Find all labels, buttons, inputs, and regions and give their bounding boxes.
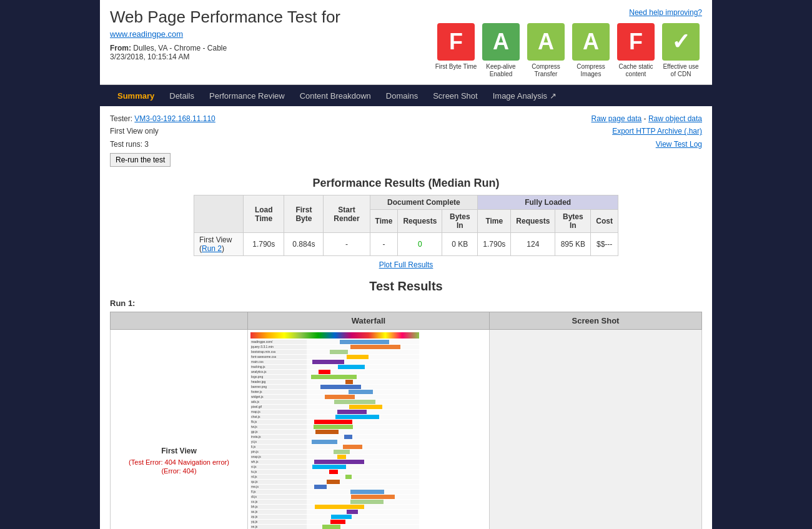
- nav-content-breakdown[interactable]: Content Breakdown: [292, 85, 379, 106]
- grade-box-compress-transfer: A Compress Transfer: [525, 23, 567, 78]
- waterfall-row: rd.js: [250, 475, 419, 479]
- waterfall-row: main.css: [250, 360, 419, 364]
- waterfall-row: insta.js: [250, 435, 419, 439]
- col-load-time: Load Time: [244, 195, 284, 233]
- waterfall-row: fb.js: [250, 420, 419, 424]
- separator-dash: -: [644, 114, 648, 123]
- waterfall-row: chat.js: [250, 415, 419, 419]
- grade-box-cache-static: F Cache static content: [615, 23, 657, 78]
- grade-boxes: F First Byte Time A Keep-alive Enabled A…: [435, 23, 702, 78]
- waterfall-top-bar: [250, 332, 419, 339]
- grade-letter-A3: A: [572, 23, 610, 61]
- col-full-requests: Requests: [511, 210, 555, 233]
- waterfall-row: pixel.gif: [250, 405, 419, 409]
- nav-summary[interactable]: Summary: [110, 85, 162, 106]
- col-doc-requests: Requests: [398, 210, 442, 233]
- header-title-section: Web Page Performance Test for www.readin…: [110, 7, 340, 61]
- grade-letter-A1: A: [482, 23, 520, 61]
- col-full-bytes: Bytes In: [555, 210, 591, 233]
- waterfall-row: me.js: [250, 485, 419, 489]
- grade-boxes-wrapper: Need help improving? F First Byte Time A…: [435, 7, 702, 78]
- info-right: Raw page data - Raw object data Export H…: [592, 112, 702, 151]
- waterfall-row: analytics.js: [250, 370, 419, 374]
- waterfall-row: wh.js: [250, 460, 419, 464]
- col-start-render: Start Render: [324, 195, 370, 233]
- plot-full-results-link[interactable]: Plot Full Results: [379, 260, 433, 269]
- raw-object-data-link[interactable]: Raw object data: [648, 114, 702, 123]
- run-label: Run 1:: [110, 299, 702, 308]
- from-value: Dulles, VA - Chrome - Cable: [133, 44, 227, 52]
- grade-box-keep-alive: A Keep-alive Enabled: [480, 23, 522, 78]
- screenshot-header: Screen Shot: [490, 312, 702, 330]
- view-test-log-link[interactable]: View Test Log: [656, 140, 702, 149]
- from-label: From:: [110, 44, 131, 52]
- col-doc-bytes: Bytes In: [442, 210, 478, 233]
- row-full-bytes: 895 KB: [555, 233, 591, 256]
- waterfall-row: gp.js: [250, 430, 419, 434]
- nav-image-analysis[interactable]: Image Analysis ↗: [485, 85, 564, 106]
- row-doc-bytes: 0 KB: [442, 233, 478, 256]
- result-row: First View (Run 2) 1.790s 0.884s - - 0 0…: [194, 233, 618, 256]
- run-table: Waterfall Screen Shot First View (Test E…: [110, 312, 702, 529]
- waterfall-header: Waterfall: [248, 312, 490, 330]
- grade-letter-F1: F: [437, 23, 475, 61]
- runs-info: Test runs: 3: [110, 140, 149, 149]
- grade-label-compress-images: Compress Images: [570, 63, 612, 78]
- grade-box-cdn: ✓ Effective use of CDN: [660, 23, 702, 78]
- waterfall-row: vi.js: [250, 465, 419, 469]
- page-url[interactable]: www.readingpe.com: [110, 29, 340, 39]
- grade-label-first-byte: First Byte Time: [435, 63, 477, 71]
- test-date: 3/23/2018, 10:15:14 AM: [110, 52, 189, 61]
- grade-letter-check: ✓: [662, 23, 700, 61]
- nav-details[interactable]: Details: [162, 85, 202, 106]
- col-first-byte: First Byte: [284, 195, 324, 233]
- waterfall-row: qu.js: [250, 480, 419, 484]
- page-title: Web Page Performance Test for: [110, 7, 340, 27]
- row-full-cost: $$---: [591, 233, 618, 256]
- tester-link[interactable]: VM3-03-192.168.11.110: [134, 114, 215, 123]
- grade-label-compress-transfer: Compress Transfer: [525, 63, 567, 78]
- waterfall-row: as.js: [250, 510, 419, 514]
- view-info: First View only: [110, 127, 159, 136]
- need-help-link[interactable]: Need help improving?: [629, 8, 702, 17]
- from-info: From: Dulles, VA - Chrome - Cable 3/23/2…: [110, 44, 340, 61]
- main-container: Web Page Performance Test for www.readin…: [100, 0, 712, 529]
- raw-page-data-link[interactable]: Raw page data: [592, 114, 642, 123]
- grade-letter-A2: A: [527, 23, 565, 61]
- waterfall-row: banner.png: [250, 385, 419, 389]
- row-doc-time: -: [370, 233, 398, 256]
- rerun-button[interactable]: Re-run the test: [110, 153, 171, 167]
- waterfall-row: ads.js: [250, 400, 419, 404]
- nav-domains[interactable]: Domains: [379, 85, 425, 106]
- row-full-requests: 124: [511, 233, 555, 256]
- grade-label-keep-alive: Keep-alive Enabled: [480, 63, 522, 78]
- row-load-time: 1.790s: [244, 233, 284, 256]
- waterfall-row: jquery-3.3.1.min: [250, 345, 419, 349]
- waterfall-row: bh.js: [250, 505, 419, 509]
- info-row: Tester: VM3-03-192.168.11.110 First View…: [110, 112, 702, 167]
- info-left: Tester: VM3-03-192.168.11.110 First View…: [110, 112, 215, 167]
- waterfall-visualization: readingpe.com/jquery-3.3.1.minbootstrap.…: [250, 332, 419, 529]
- waterfall-row: tu.js: [250, 470, 419, 474]
- run2-link[interactable]: Run 2: [202, 244, 222, 253]
- run-table-empty-header: [111, 312, 248, 330]
- waterfall-row: header.jpg: [250, 380, 419, 384]
- export-har-link[interactable]: Export HTTP Archive (.har): [612, 127, 702, 136]
- waterfall-row: bootstrap.min.css: [250, 350, 419, 354]
- col-full-cost: Cost: [591, 210, 618, 233]
- col-full-time: Time: [478, 210, 511, 233]
- header-doc-complete: Document Complete: [370, 195, 478, 210]
- waterfall-row: li.js: [250, 445, 419, 449]
- waterfall-row: yt.js: [250, 440, 419, 444]
- test-results-title: Test Results: [110, 279, 702, 294]
- nav-bar: Summary Details Performance Review Conte…: [100, 85, 712, 106]
- screenshot-cell: [490, 330, 702, 529]
- error-line2: (Error: 404): [161, 467, 196, 475]
- nav-performance-review[interactable]: Performance Review: [202, 85, 292, 106]
- nav-screen-shot[interactable]: Screen Shot: [425, 85, 485, 106]
- error-line1: (Test Error: 404 Navigation error): [129, 458, 229, 466]
- waterfall-row: font-awesome.css: [250, 355, 419, 359]
- grade-label-cdn: Effective use of CDN: [660, 63, 702, 78]
- waterfall-rows: readingpe.com/jquery-3.3.1.minbootstrap.…: [250, 340, 419, 529]
- first-view-label: First View: [116, 447, 242, 455]
